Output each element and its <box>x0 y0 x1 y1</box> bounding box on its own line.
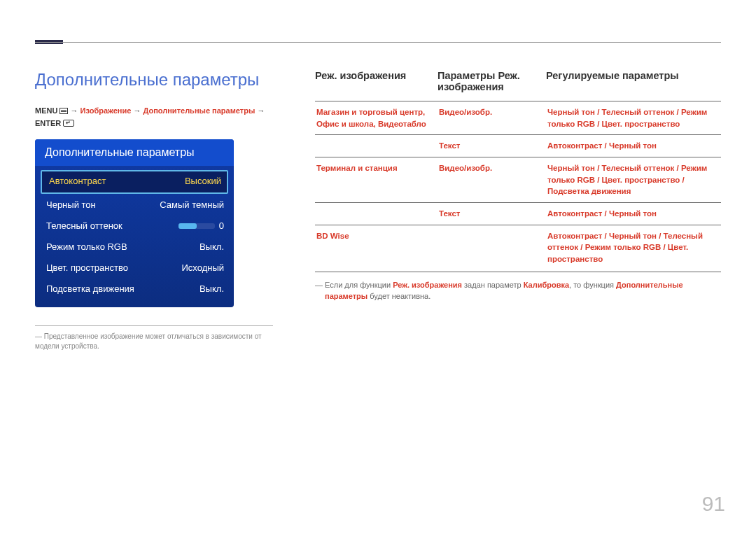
osd-row-value: Исходный <box>181 262 224 274</box>
breadcrumb-image: Изображение <box>80 106 132 115</box>
breadcrumb-arrow-2: → <box>133 106 141 115</box>
cell <box>438 225 546 270</box>
breadcrumb-menu: MENU <box>35 106 57 115</box>
cell: Терминал и станция <box>315 157 438 203</box>
osd-rows: Автоконтраст Высокий Черный тон Самый те… <box>35 166 234 307</box>
table-bottom-rule <box>315 272 721 272</box>
cell: Автоконтраст / Черный тон <box>546 135 721 157</box>
osd-row-value: Выкл. <box>200 283 224 295</box>
breadcrumb-arrow-3: → <box>257 106 265 115</box>
table-row: Магазин и торговый центр, Офис и школа, … <box>315 101 721 135</box>
note-hl: Калибровка <box>524 281 569 289</box>
breadcrumb: MENU → Изображение → Дополнительные пара… <box>35 105 273 129</box>
footnote: Если для функции Реж. изображения задан … <box>315 279 721 302</box>
osd-row-value: 0 <box>219 220 224 232</box>
cell: Черный тон / Телесный оттенок / Режим то… <box>546 157 721 203</box>
cell <box>315 203 438 225</box>
osd-row-label: Черный тон <box>46 199 96 211</box>
note-text: Если для функции <box>325 281 393 289</box>
page-title: Дополнительные параметры <box>35 70 273 90</box>
left-divider <box>35 325 273 326</box>
cell: Текст <box>438 203 546 225</box>
cell: Автоконтраст / Черный тон / Телесный отт… <box>546 225 721 270</box>
slider-track[interactable] <box>178 223 215 229</box>
note-hl: Реж. изображения <box>393 281 462 289</box>
cell: Видео/изобр. <box>438 157 546 203</box>
note-text: будет неактивна. <box>368 292 430 300</box>
cell: Автоконтраст / Черный тон <box>546 203 721 225</box>
osd-row-label: Телесный оттенок <box>46 220 122 232</box>
osd-row-label: Цвет. пространство <box>46 262 128 274</box>
table-row: Текст Автоконтраст / Черный тон <box>315 135 721 157</box>
cell: Текст <box>438 135 546 157</box>
table-row: Текст Автоконтраст / Черный тон <box>315 203 721 225</box>
table-row: BD Wise Автоконтраст / Черный тон / Теле… <box>315 225 721 270</box>
osd-row-autocontrast[interactable]: Автоконтраст Высокий <box>41 170 228 194</box>
header-rule <box>35 42 721 43</box>
breadcrumb-arrow-1: → <box>71 106 78 115</box>
cell: Магазин и торговый центр, Офис и школа, … <box>315 101 438 135</box>
th-adjustable: Регулируемые параметры <box>546 70 721 81</box>
menu-icon <box>59 108 68 114</box>
cell: Видео/изобр. <box>438 101 546 135</box>
breadcrumb-enter: ENTER <box>35 119 61 127</box>
th-params: Параметры Реж. изображения <box>438 70 546 92</box>
osd-row-blacktone[interactable]: Черный тон Самый темный <box>39 195 230 216</box>
osd-title: Дополнительные параметры <box>35 139 234 166</box>
osd-row-label: Подсветка движения <box>46 283 134 295</box>
osd-row-value: Высокий <box>185 176 221 188</box>
osd-panel: Дополнительные параметры Автоконтраст Вы… <box>35 139 234 307</box>
osd-row-fleshtone[interactable]: Телесный оттенок 0 <box>39 216 230 237</box>
note-text: задан параметр <box>462 281 524 289</box>
breadcrumb-advanced: Дополнительные параметры <box>143 106 255 115</box>
osd-row-value: Самый темный <box>160 199 224 211</box>
left-column: Дополнительные параметры MENU → Изображе… <box>35 70 273 351</box>
cell: Черный тон / Телесный оттенок / Режим то… <box>546 101 721 135</box>
osd-row-motionlight[interactable]: Подсветка движения Выкл. <box>39 279 230 300</box>
table-headers: Реж. изображения Параметры Реж. изображе… <box>315 70 721 101</box>
slider-fill <box>178 223 197 229</box>
osd-row-label: Режим только RGB <box>46 241 127 253</box>
osd-row-colorspace[interactable]: Цвет. пространство Исходный <box>39 258 230 279</box>
page-container: Дополнительные параметры MENU → Изображе… <box>0 0 756 379</box>
enter-icon <box>63 120 74 127</box>
params-table: Магазин и торговый центр, Офис и школа, … <box>315 101 721 270</box>
osd-row-value: Выкл. <box>200 241 224 253</box>
note-text: , то функция <box>569 281 616 289</box>
osd-row-label: Автоконтраст <box>49 176 106 188</box>
table-row: Терминал и станция Видео/изобр. Черный т… <box>315 157 721 203</box>
cell: BD Wise <box>315 225 438 270</box>
right-column: Реж. изображения Параметры Реж. изображе… <box>315 70 721 351</box>
th-mode: Реж. изображения <box>315 70 438 81</box>
cell <box>315 135 438 157</box>
osd-row-rgbonly[interactable]: Режим только RGB Выкл. <box>39 237 230 258</box>
disclaimer-text: Представленное изображение может отличат… <box>35 332 273 351</box>
page-number: 91 <box>702 492 725 516</box>
